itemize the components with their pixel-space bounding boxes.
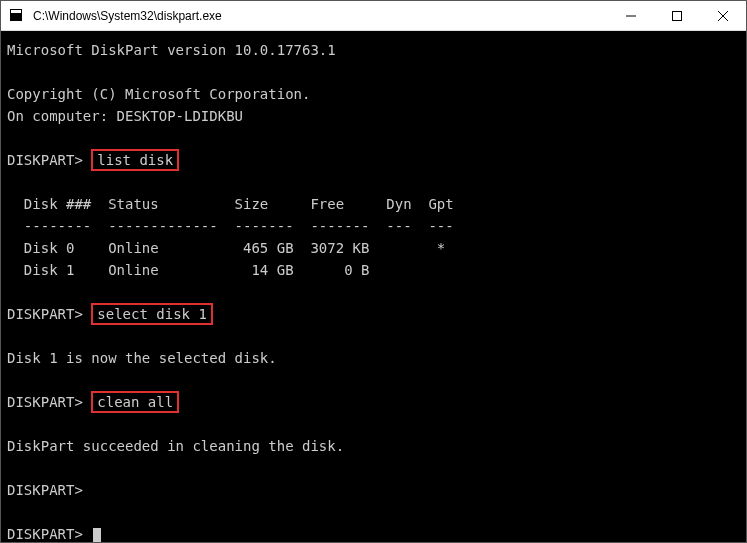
cursor-icon: [93, 528, 101, 542]
command-clean-all: clean all: [91, 391, 179, 413]
clean-msg: DiskPart succeeded in cleaning the disk.: [7, 438, 344, 454]
version-line: Microsoft DiskPart version 10.0.17763.1: [7, 42, 336, 58]
terminal-area[interactable]: Microsoft DiskPart version 10.0.17763.1 …: [1, 31, 746, 542]
prompt: DISKPART>: [7, 394, 83, 410]
prompt: DISKPART>: [7, 482, 83, 498]
maximize-button[interactable]: [654, 1, 700, 31]
prompt: DISKPART>: [7, 526, 83, 542]
svg-rect-1: [11, 10, 21, 13]
close-button[interactable]: [700, 1, 746, 31]
table-row: Disk 1 Online 14 GB 0 B: [7, 262, 369, 278]
copyright-line: Copyright (C) Microsoft Corporation.: [7, 86, 310, 102]
computer-line: On computer: DESKTOP-LDIDKBU: [7, 108, 243, 124]
prompt: DISKPART>: [7, 152, 83, 168]
select-msg: Disk 1 is now the selected disk.: [7, 350, 277, 366]
titlebar[interactable]: C:\Windows\System32\diskpart.exe: [1, 1, 746, 31]
command-list-disk: list disk: [91, 149, 179, 171]
prompt: DISKPART>: [7, 306, 83, 322]
window-title: C:\Windows\System32\diskpart.exe: [31, 9, 608, 23]
table-row: Disk 0 Online 465 GB 3072 KB *: [7, 240, 445, 256]
window-frame: C:\Windows\System32\diskpart.exe Microso…: [0, 0, 747, 543]
app-icon: [1, 8, 31, 24]
window-controls: [608, 1, 746, 31]
minimize-button[interactable]: [608, 1, 654, 31]
command-select-disk: select disk 1: [91, 303, 213, 325]
table-header: Disk ### Status Size Free Dyn Gpt: [7, 196, 454, 212]
svg-rect-3: [673, 11, 682, 20]
table-divider: -------- ------------- ------- ------- -…: [7, 218, 454, 234]
